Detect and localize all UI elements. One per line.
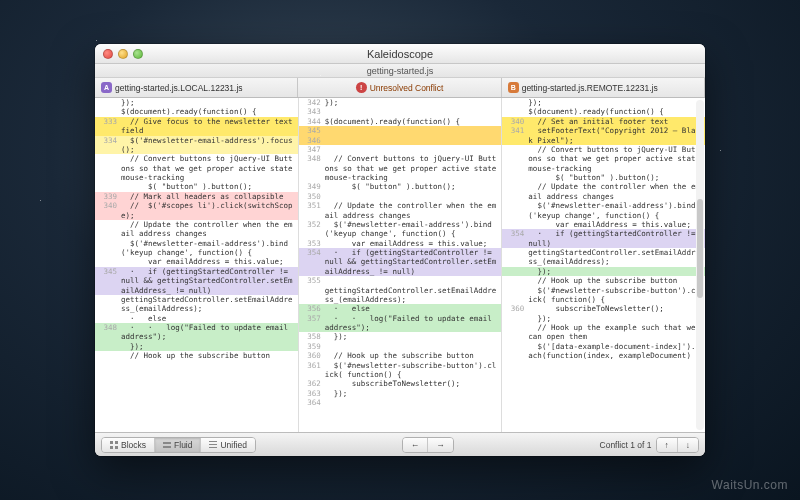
view-blocks-button[interactable]: Blocks [102, 438, 155, 452]
code-line[interactable]: 364 [299, 398, 502, 407]
line-number [95, 314, 121, 323]
view-unified-button[interactable]: Unified [201, 438, 254, 452]
code-line[interactable]: }); [95, 98, 298, 107]
code-line[interactable]: 345 · if (gettingStartedController != nu… [95, 267, 298, 295]
code-line[interactable]: }); [95, 342, 298, 351]
code-line[interactable]: var emailAddress = this.value; [502, 220, 705, 229]
conflict-status-label: Conflict 1 of 1 [600, 440, 652, 450]
code-line[interactable]: 354 · if (gettingStartedController != nu… [299, 248, 502, 276]
code-line[interactable]: 340 // Set an initial footer text [502, 117, 705, 126]
code-line[interactable]: $( "button" ).button(); [502, 173, 705, 182]
code-text: // Hook up the example such that we can … [528, 323, 705, 342]
prev-conflict-button[interactable]: ↑ [657, 438, 678, 452]
code-text: // Convert buttons to jQuery-UI Buttons … [528, 145, 705, 173]
next-conflict-button[interactable]: ↓ [678, 438, 698, 452]
code-line[interactable]: · else [95, 314, 298, 323]
code-line[interactable]: 359 [299, 342, 502, 351]
line-number: 339 [95, 192, 121, 201]
badge-a-icon: A [101, 82, 112, 93]
file-tab-conflict[interactable]: ! Unresolved Conflict [298, 78, 501, 97]
merge-right-button[interactable]: → [428, 438, 453, 452]
view-fluid-button[interactable]: Fluid [155, 438, 201, 452]
code-line[interactable]: 344$(document).ready(function() { [299, 117, 502, 126]
code-line[interactable]: 333 // Give focus to the newsletter text… [95, 117, 298, 136]
scrollbar[interactable] [696, 100, 704, 430]
line-number [95, 295, 121, 314]
code-line[interactable]: $(document).ready(function() { [95, 107, 298, 116]
code-line[interactable]: 362 subscribeToNewsletter(); [299, 379, 502, 388]
code-line[interactable]: 334 $('#newsletter-email-address').focus… [95, 136, 298, 155]
code-text: · if (gettingStartedController != null &… [121, 267, 298, 295]
code-line[interactable]: // Hook up the subscribe button [502, 276, 705, 285]
code-line[interactable]: 342}); [299, 98, 502, 107]
scrollbar-thumb[interactable] [697, 199, 703, 298]
unified-icon [209, 441, 217, 449]
titlebar: Kaleidoscope [95, 44, 705, 64]
code-line[interactable]: 358 }); [299, 332, 502, 341]
line-number [95, 154, 121, 182]
code-line[interactable]: 360 subscribeToNewsletter(); [502, 304, 705, 313]
code-line[interactable]: $('[data-example-document-index]').each(… [502, 342, 705, 361]
zoom-button[interactable] [133, 49, 143, 59]
line-number: 350 [299, 192, 325, 201]
line-number [95, 239, 121, 258]
code-line[interactable]: 348 // Convert buttons to jQuery-UI Butt… [299, 154, 502, 182]
code-line[interactable]: 361 $('#newsletter-subscribe-button').cl… [299, 361, 502, 380]
line-number [502, 267, 528, 276]
code-line[interactable]: 341 setFooterText("Copyright 2012 — Blac… [502, 126, 705, 145]
code-line[interactable]: gettingStartedController.setEmailAddress… [95, 295, 298, 314]
pane-local[interactable]: });$(document).ready(function() {333 // … [95, 98, 299, 432]
code-line[interactable]: // Hook up the subscribe button [95, 351, 298, 360]
code-line[interactable]: $('#newsletter-email-address').bind('key… [502, 201, 705, 220]
code-line[interactable]: 355 [299, 276, 502, 285]
code-line[interactable]: // Hook up the example such that we can … [502, 323, 705, 342]
merge-left-button[interactable]: ← [403, 438, 429, 452]
code-line[interactable]: gettingStartedController.setEmailAddress… [502, 248, 705, 267]
code-line[interactable]: 353 var emailAddress = this.value; [299, 239, 502, 248]
document-subtitle: getting-started.js [95, 64, 705, 78]
code-line[interactable]: 349 $( "button" ).button(); [299, 182, 502, 191]
line-number: 334 [95, 136, 121, 155]
code-line[interactable]: 340 // $('#scopes li').click(switchScope… [95, 201, 298, 220]
minimize-button[interactable] [118, 49, 128, 59]
code-text: var emailAddress = this.value; [325, 239, 502, 248]
code-line[interactable]: 350 [299, 192, 502, 201]
code-text [325, 398, 502, 407]
code-line[interactable]: 357 · · log("Failed to update email addr… [299, 314, 502, 333]
code-line[interactable]: gettingStartedController.setEmailAddress… [299, 286, 502, 305]
code-line[interactable]: }); [502, 267, 705, 276]
code-line[interactable]: // Update the controller when the email … [502, 182, 705, 201]
code-line[interactable]: 347 [299, 145, 502, 154]
close-button[interactable] [103, 49, 113, 59]
code-line[interactable]: $('#newsletter-email-address').bind('key… [95, 239, 298, 258]
code-text: // Hook up the subscribe button [121, 351, 298, 360]
code-line[interactable]: 339 // Mark all headers as collapsible [95, 192, 298, 201]
code-line[interactable]: }); [502, 314, 705, 323]
code-text: gettingStartedController.setEmailAddress… [121, 295, 298, 314]
pane-remote[interactable]: });$(document).ready(function() {340 // … [502, 98, 705, 432]
file-tab-remote[interactable]: B getting-started.js.REMOTE.12231.js [502, 78, 705, 97]
code-text: $(document).ready(function() { [325, 117, 502, 126]
file-tab-local[interactable]: A getting-started.js.LOCAL.12231.js [95, 78, 298, 97]
code-line[interactable]: 348 · · log("Failed to update email addr… [95, 323, 298, 342]
code-line[interactable]: $('#newsletter-subscribe-button').click(… [502, 286, 705, 305]
code-line[interactable]: }); [502, 98, 705, 107]
code-line[interactable]: 360 // Hook up the subscribe button [299, 351, 502, 360]
code-line[interactable]: 346 [299, 136, 502, 145]
code-line[interactable]: // Update the controller when the email … [95, 220, 298, 239]
pane-merged[interactable]: 342});343344$(document).ready(function()… [299, 98, 503, 432]
code-line[interactable]: 351 // Update the controller when the em… [299, 201, 502, 220]
code-line[interactable]: // Convert buttons to jQuery-UI Buttons … [95, 154, 298, 182]
code-line[interactable]: var emailAddress = this.value; [95, 257, 298, 266]
code-line[interactable]: 343 [299, 107, 502, 116]
code-line[interactable]: 356 · else [299, 304, 502, 313]
code-line[interactable]: 352 $('#newsletter-email-address').bind(… [299, 220, 502, 239]
code-line[interactable]: 363 }); [299, 389, 502, 398]
code-line[interactable]: // Convert buttons to jQuery-UI Buttons … [502, 145, 705, 173]
code-line[interactable]: 345 [299, 126, 502, 135]
code-text: $('#newsletter-email-address').bind('key… [325, 220, 502, 239]
code-line[interactable]: $(document).ready(function() { [502, 107, 705, 116]
code-line[interactable]: 354 · if (gettingStartedController != nu… [502, 229, 705, 248]
code-line[interactable]: $( "button" ).button(); [95, 182, 298, 191]
arrow-up-icon: ↑ [665, 440, 669, 450]
